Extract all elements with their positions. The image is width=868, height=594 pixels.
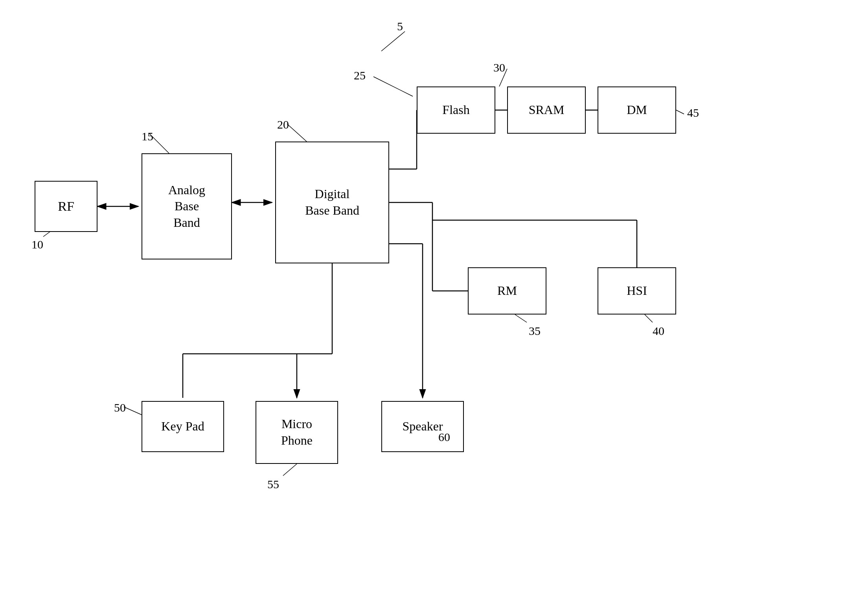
speaker-block: Speaker (381, 401, 464, 452)
rf-block: RF (35, 181, 97, 232)
micro-phone-block: MicroPhone (256, 401, 338, 464)
diagram: RF AnalogBaseBand DigitalBase Band Flash… (0, 0, 868, 594)
ref-60: 60 (438, 430, 450, 444)
hsi-block: HSI (598, 267, 676, 314)
ref-30: 30 (493, 61, 505, 74)
ref-25: 25 (354, 69, 366, 82)
ref-55: 55 (267, 478, 279, 491)
ref-40: 40 (653, 324, 664, 338)
ref-45: 45 (687, 106, 699, 120)
svg-line-28 (283, 464, 297, 476)
svg-line-27 (645, 314, 653, 322)
digital-base-band-block: DigitalBase Band (275, 142, 389, 263)
ref-20: 20 (277, 118, 289, 131)
svg-line-26 (515, 314, 527, 322)
svg-line-22 (381, 31, 405, 51)
sram-block: SRAM (507, 86, 586, 134)
key-pad-block: Key Pad (142, 401, 224, 452)
svg-line-25 (676, 110, 684, 114)
ref-5: 5 (397, 20, 403, 33)
ref-15: 15 (142, 130, 153, 143)
ref-35: 35 (529, 324, 541, 338)
svg-line-33 (124, 407, 142, 415)
flash-block: Flash (417, 86, 495, 134)
ref-50: 50 (114, 401, 126, 414)
rm-block: RM (468, 267, 546, 314)
dm-block: DM (598, 86, 676, 134)
svg-line-23 (373, 77, 413, 96)
svg-line-32 (287, 124, 307, 142)
ref-10: 10 (31, 238, 43, 251)
analog-base-band-block: AnalogBaseBand (142, 153, 232, 259)
